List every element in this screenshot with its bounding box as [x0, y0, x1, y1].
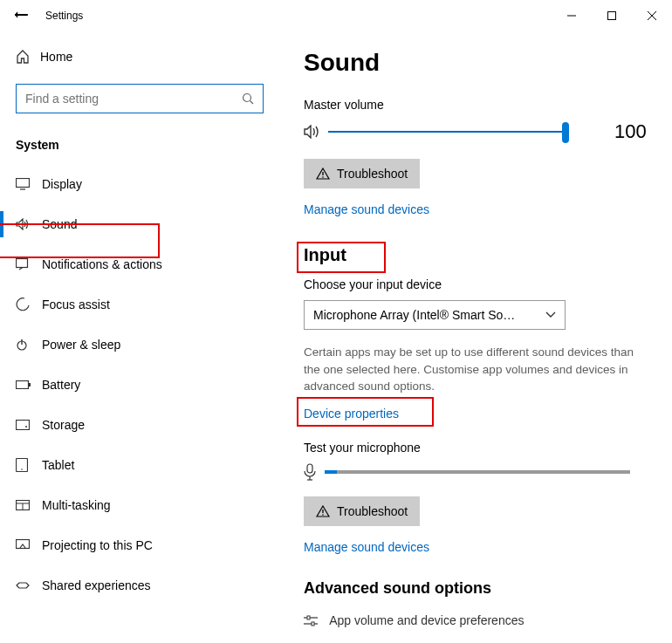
notifications-icon — [16, 258, 42, 270]
nav-label: Shared experiences — [42, 578, 151, 592]
battery-icon — [16, 380, 42, 389]
speaker-icon — [304, 125, 321, 139]
maximize-button[interactable] — [592, 3, 632, 29]
titlebar: 🠔 Settings — [0, 0, 672, 31]
svg-point-16 — [21, 469, 23, 470]
svg-rect-11 — [17, 381, 29, 389]
home-nav[interactable]: Home — [16, 38, 264, 75]
svg-rect-6 — [17, 179, 30, 188]
sliders-icon — [304, 615, 318, 627]
input-help-text: Certain apps may be set up to use differ… — [304, 344, 653, 395]
svg-rect-12 — [29, 383, 31, 386]
svg-rect-13 — [17, 421, 30, 430]
minimize-button[interactable] — [552, 3, 592, 29]
section-heading: System — [16, 138, 264, 152]
input-device-dropdown[interactable]: Microphone Array (Intel® Smart So… — [304, 300, 566, 330]
sidebar-item-storage[interactable]: Storage — [0, 405, 279, 445]
nav-list: Display Sound Notifications & actions Fo… — [0, 164, 279, 605]
search-input[interactable] — [16, 84, 264, 113]
nav-label: Tablet — [42, 458, 74, 472]
nav-label: Multi-tasking — [42, 498, 111, 512]
svg-point-22 — [322, 176, 324, 178]
svg-rect-1 — [608, 12, 616, 20]
sidebar-item-display[interactable]: Display — [0, 164, 279, 204]
manage-devices-link[interactable]: Manage sound devices — [304, 202, 429, 216]
microphone-icon — [304, 463, 316, 481]
back-button[interactable]: 🠔 — [0, 7, 42, 24]
focus-icon — [16, 298, 42, 311]
mic-level-meter — [325, 470, 630, 474]
svg-rect-31 — [312, 622, 314, 626]
close-button[interactable] — [632, 3, 672, 29]
advanced-heading: Advanced sound options — [304, 579, 653, 598]
choose-input-label: Choose your input device — [304, 277, 653, 291]
sidebar-item-multitasking[interactable]: Multi-tasking — [0, 485, 279, 525]
sidebar-item-power[interactable]: Power & sleep — [0, 325, 279, 365]
home-label: Home — [40, 50, 72, 64]
nav-label: Notifications & actions — [42, 257, 162, 271]
chevron-down-icon — [545, 311, 556, 318]
sidebar-item-battery[interactable]: Battery — [0, 365, 279, 405]
row-label: App volume and device preferences — [329, 613, 524, 627]
storage-icon — [16, 420, 42, 430]
sidebar-item-shared[interactable]: Shared experiences — [0, 565, 279, 605]
button-label: Troubleshoot — [337, 167, 408, 181]
content: Sound Master volume 100 Troubleshoot Man… — [279, 31, 672, 643]
sidebar-item-projecting[interactable]: Projecting to this PC — [0, 525, 279, 565]
svg-point-14 — [25, 426, 27, 428]
nav-label: Battery — [42, 378, 80, 392]
svg-rect-29 — [307, 616, 310, 619]
volume-slider[interactable] — [304, 125, 566, 139]
nav-label: Projecting to this PC — [42, 538, 153, 552]
app-volume-row[interactable]: App volume and device preferences — [304, 613, 653, 627]
nav-label: Focus assist — [42, 298, 110, 311]
manage-devices-link-2[interactable]: Manage sound devices — [304, 540, 429, 554]
svg-point-4 — [243, 94, 251, 102]
nav-label: Sound — [42, 217, 77, 231]
power-icon — [16, 339, 42, 351]
multitasking-icon — [16, 500, 42, 510]
svg-rect-23 — [307, 464, 312, 473]
troubleshoot-input-button[interactable]: Troubleshoot — [304, 496, 420, 526]
dropdown-value: Microphone Array (Intel® Smart So… — [313, 308, 515, 322]
input-heading: Input — [304, 245, 346, 265]
search-icon — [242, 92, 254, 105]
slider-track — [328, 131, 566, 133]
sidebar-item-focus[interactable]: Focus assist — [0, 284, 279, 325]
search-field[interactable] — [25, 92, 242, 106]
test-mic-label: Test your microphone — [304, 441, 653, 455]
sidebar-item-notifications[interactable]: Notifications & actions — [0, 244, 279, 284]
shared-icon — [16, 579, 42, 592]
sound-icon — [16, 218, 42, 230]
button-label: Troubleshoot — [337, 504, 408, 518]
device-properties-link[interactable]: Device properties — [304, 407, 399, 421]
svg-line-5 — [250, 101, 254, 105]
page-title: Sound — [304, 49, 653, 77]
slider-thumb[interactable] — [562, 122, 569, 143]
window-title: Settings — [42, 10, 83, 22]
warning-icon — [316, 168, 330, 180]
tablet-icon — [16, 458, 42, 472]
svg-point-27 — [322, 514, 324, 516]
troubleshoot-button[interactable]: Troubleshoot — [304, 159, 420, 188]
sidebar: Home System Display Sound — [0, 31, 279, 643]
nav-label: Storage — [42, 418, 85, 432]
sidebar-item-sound[interactable]: Sound — [0, 204, 279, 244]
projecting-icon — [16, 539, 42, 551]
volume-value: 100 — [614, 120, 647, 143]
sidebar-item-tablet[interactable]: Tablet — [0, 445, 279, 485]
nav-label: Display — [42, 177, 82, 191]
home-icon — [16, 50, 40, 64]
master-volume-label: Master volume — [304, 98, 653, 112]
display-icon — [16, 178, 42, 190]
nav-label: Power & sleep — [42, 338, 120, 352]
svg-rect-8 — [17, 259, 28, 268]
warning-icon — [316, 505, 330, 517]
